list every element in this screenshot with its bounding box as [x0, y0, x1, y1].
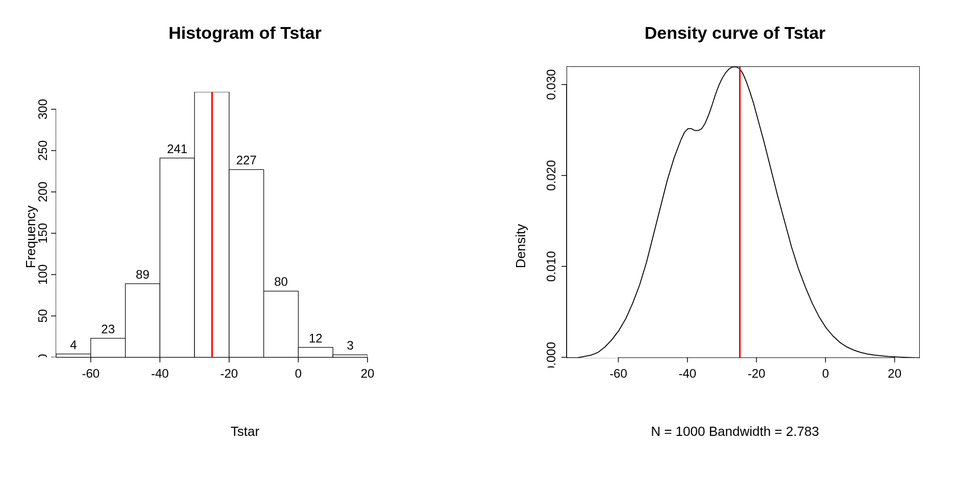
vline-red — [739, 67, 741, 358]
density-curve — [567, 67, 919, 358]
y-tick-label: 0 — [36, 354, 50, 357]
histogram-bar — [264, 291, 299, 357]
x-tick-label: -20 — [748, 366, 766, 380]
bar-count-label: 80 — [274, 275, 288, 288]
histogram-plot-area: 4238924132122780123 — [56, 92, 368, 357]
x-axis-label: Tstar — [0, 424, 490, 439]
chart-title: Histogram of Tstar — [0, 23, 490, 43]
x-tick-label: -40 — [678, 366, 696, 380]
y-tick-label: 300 — [36, 99, 50, 119]
x-tick-label: 0 — [822, 366, 829, 380]
x-tick-label: 0 — [295, 366, 302, 380]
histogram-bar — [91, 338, 126, 357]
figure-row: Histogram of Tstar Frequency 42389241321… — [0, 0, 980, 490]
bar-count-label: 4 — [70, 338, 77, 352]
bar-count-label: 241 — [167, 142, 187, 156]
histogram-panel: Histogram of Tstar Frequency 42389241321… — [0, 0, 490, 490]
bar-count-label: 227 — [236, 153, 257, 167]
y-tick-label: 250 — [36, 140, 50, 161]
bar-count-label: 12 — [309, 331, 323, 345]
density-svg — [567, 67, 919, 358]
bar-count-label: 3 — [347, 338, 353, 352]
x-tick-label: 20 — [361, 366, 375, 380]
y-tick-label: 0.010 — [544, 251, 558, 282]
density-panel: Density curve of Tstar Density -60-40-20… — [490, 0, 980, 490]
histogram-bar — [229, 169, 264, 357]
x-axis-label: N = 1000 Bandwidth = 2.783 — [490, 424, 980, 439]
y-tick-label: 0.030 — [544, 69, 558, 100]
density-plot-area — [567, 66, 920, 358]
y-tick-label: 50 — [36, 309, 50, 323]
bar-count-label: 89 — [136, 267, 150, 281]
x-tick-label: 20 — [888, 366, 901, 380]
bar-count-label: 23 — [101, 322, 115, 336]
x-tick-label: -60 — [609, 366, 627, 380]
x-tick-label: -60 — [82, 366, 100, 380]
histogram-bar — [126, 284, 160, 357]
x-tick-label: -40 — [151, 366, 169, 380]
histogram-bar — [160, 158, 194, 357]
histogram-bar — [298, 348, 333, 357]
histogram-x-axis: -60-40-20020 — [0, 357, 408, 398]
y-tick-label: 200 — [36, 182, 50, 202]
histogram-y-axis: 050100150200250300 — [0, 0, 56, 357]
y-tick-label: 0.000 — [544, 342, 558, 368]
vline-red — [211, 92, 213, 357]
x-tick-label: -20 — [220, 366, 238, 380]
density-y-axis: 0.0000.0100.0200.030 — [490, 0, 567, 368]
y-tick-label: 100 — [36, 264, 50, 285]
y-tick-label: 0.020 — [544, 160, 558, 191]
y-tick-label: 150 — [36, 223, 50, 243]
